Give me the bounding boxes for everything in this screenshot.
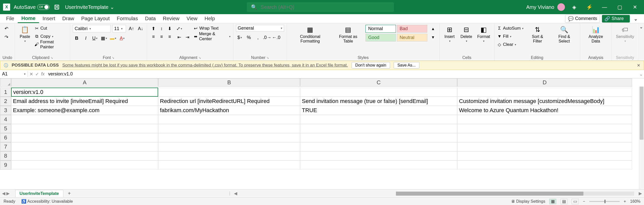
cell-b3[interactable]: fabrikam.com/MyHackathon (158, 106, 300, 115)
cell-d6[interactable] (457, 133, 632, 142)
cell-b2[interactable]: Redirection url [inviteRedirectURL] Requ… (158, 97, 300, 106)
fx-icon[interactable]: fx (41, 71, 45, 77)
search-box[interactable]: 🔍 (247, 2, 394, 12)
horizontal-scrollbar[interactable] (396, 192, 634, 196)
save-as-button[interactable]: Save As... (394, 62, 419, 69)
row-header-5[interactable]: 5 (0, 124, 11, 133)
conditional-formatting-button[interactable]: ▦Conditional Formatting (289, 25, 331, 44)
dont-show-button[interactable]: Don't show again (352, 62, 390, 69)
sort-filter-button[interactable]: ⇅Sort & Filter (526, 25, 549, 44)
col-header-a[interactable]: A (11, 78, 158, 87)
number-format-select[interactable]: General▾ (236, 25, 284, 32)
font-name-select[interactable]: Calibri▾ (73, 25, 111, 32)
cell-c5[interactable] (300, 124, 457, 133)
cell-c9[interactable] (300, 160, 457, 170)
dialog-launcher-icon[interactable]: ↘ (266, 56, 269, 59)
row-header-3[interactable]: 3 (0, 106, 11, 115)
infobar-message[interactable]: Some features might be lost if you save … (62, 63, 348, 68)
cell-b9[interactable] (158, 160, 300, 170)
cell-c3[interactable]: TRUE (300, 106, 457, 115)
cell-d2[interactable]: Customized invitation message [customize… (457, 97, 632, 106)
cell-d1[interactable] (457, 88, 632, 97)
format-painter-button[interactable]: 🖌Format Painter (34, 41, 67, 48)
row-header-8[interactable]: 8 (0, 151, 11, 160)
cancel-icon[interactable]: ✕ (29, 71, 33, 77)
tab-file[interactable]: File (3, 14, 18, 23)
formula-input[interactable]: version:v1.0 (46, 71, 638, 77)
col-header-c[interactable]: C (300, 78, 457, 87)
minimize-button[interactable]: — (598, 1, 611, 13)
align-left-button[interactable]: ≡ (150, 33, 157, 40)
row-header-7[interactable]: 7 (0, 142, 11, 151)
cell-d9[interactable] (457, 160, 632, 170)
diamond-icon[interactable]: ◈ (568, 1, 580, 13)
cell-b4[interactable] (158, 115, 300, 124)
cell-c2[interactable]: Send invitation message (true or false) … (300, 97, 457, 106)
share-button[interactable]: 🔗Share▾ (602, 15, 630, 23)
styles-down-button[interactable]: ▾ (429, 33, 437, 41)
style-neutral[interactable]: Neutral (397, 34, 427, 42)
tab-home[interactable]: Home (18, 14, 39, 23)
save-icon[interactable] (54, 4, 60, 10)
row-header-9[interactable]: 9 (0, 160, 11, 170)
italic-button[interactable]: I (82, 34, 89, 42)
search-input[interactable] (261, 4, 390, 10)
decrease-decimal-button[interactable]: ←.0 (272, 34, 280, 41)
align-top-button[interactable]: ⬆ (150, 25, 157, 32)
view-normal-button[interactable]: ▦ (549, 199, 556, 204)
name-box[interactable]: A1▾ (0, 71, 28, 77)
underline-button[interactable]: U▾ (91, 34, 99, 42)
clear-button[interactable]: ◇Clear▾ (497, 41, 524, 48)
decrease-indent-button[interactable]: ⇤ (175, 33, 183, 41)
zoom-slider[interactable] (589, 201, 620, 202)
cell-c1[interactable] (300, 88, 457, 97)
tab-data[interactable]: Data (141, 14, 159, 23)
split-handle-icon[interactable]: ⋮ (228, 191, 232, 196)
insert-cells-button[interactable]: ⊞Insert▾ (442, 25, 457, 43)
cell-d3[interactable]: Welcome to Azure Quantum Hackathon! (457, 106, 632, 115)
sheet-tab[interactable]: UserInviteTemplate (15, 190, 63, 197)
align-middle-button[interactable]: ↕ (158, 25, 165, 32)
row-header-6[interactable]: 6 (0, 133, 11, 142)
maximize-button[interactable]: ▢ (614, 1, 626, 13)
align-center-button[interactable]: ≡ (158, 33, 165, 40)
cell-a7[interactable] (11, 142, 158, 151)
tab-help[interactable]: Help (201, 14, 218, 23)
autosave-toggle[interactable]: Off (37, 4, 49, 10)
copy-button[interactable]: ⧉Copy▾ (34, 33, 67, 40)
cell-a3[interactable]: Example: someone@example.com (11, 106, 158, 115)
infobar-close-button[interactable]: ✕ (637, 63, 640, 68)
orientation-button[interactable]: ⤢▾ (175, 25, 183, 32)
border-button[interactable]: ▦▾ (100, 34, 108, 42)
fill-button[interactable]: ▼Fill▾ (497, 33, 524, 40)
col-header-d[interactable]: D (457, 78, 632, 87)
dialog-launcher-icon[interactable]: ↘ (112, 56, 114, 59)
cell-b5[interactable] (158, 124, 300, 133)
view-page-layout-button[interactable]: ▤ (560, 199, 567, 204)
sheet-next-button[interactable]: ▶ (6, 191, 10, 196)
format-as-table-button[interactable]: ▤Format as Table (333, 25, 363, 44)
cell-c4[interactable] (300, 115, 457, 124)
redo-button[interactable]: ↷ (3, 33, 10, 41)
cell-d7[interactable] (457, 142, 632, 151)
filename-dropdown[interactable]: UserInviteTemplate ⌄ (65, 4, 114, 10)
cell-c7[interactable] (300, 142, 457, 151)
zoom-level[interactable]: 160% (630, 199, 640, 204)
zoom-out-button[interactable]: − (583, 199, 585, 204)
wrap-text-button[interactable]: ↩Wrap Text (193, 25, 230, 32)
hscroll-left-button[interactable]: ◀ (232, 191, 239, 196)
style-good[interactable]: Good (365, 34, 396, 42)
scrollbar-thumb[interactable] (396, 192, 583, 196)
add-sheet-button[interactable]: + (68, 191, 71, 196)
undo-button[interactable]: ↶ (3, 25, 10, 32)
align-bottom-button[interactable]: ⬇ (166, 25, 173, 32)
cell-c8[interactable] (300, 151, 457, 160)
sheet-prev-button[interactable]: ◀ (2, 191, 5, 196)
tab-draw[interactable]: Draw (59, 14, 78, 23)
percent-button[interactable]: % (245, 34, 253, 41)
cell-b8[interactable] (158, 151, 300, 160)
collapse-ribbon-button[interactable]: ⌄ (632, 16, 639, 22)
cell-a8[interactable] (11, 151, 158, 160)
enter-icon[interactable]: ✓ (35, 71, 39, 77)
currency-button[interactable]: $▾ (236, 34, 244, 41)
